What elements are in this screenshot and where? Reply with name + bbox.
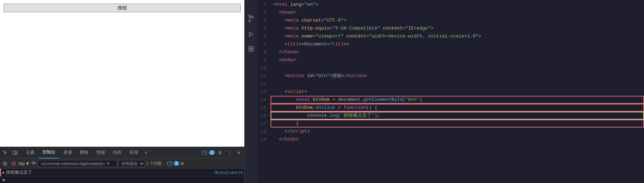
context-arrow: ▼ (26, 161, 30, 166)
console-log-text: 按钮被点击了 (6, 169, 214, 175)
issue-badge-area: 1 个问题： 1 (146, 161, 180, 166)
more-options-icon[interactable]: ⋮ (226, 149, 233, 157)
editor-panel: 2 3 4 5 6 7 8 9 10 11 12 13 14 15 16 17 … (245, 0, 644, 183)
page-content: 按钮 (0, 0, 244, 147)
line-num-9: 9 (258, 56, 268, 64)
devtools-tab-actions: 1 ⚙ ⋮ ✕ (202, 149, 243, 157)
svg-line-4 (4, 162, 6, 165)
git-sidebar (245, 0, 258, 183)
context-selector[interactable]: top ▼ (19, 161, 30, 166)
code-line-17: } (271, 120, 644, 128)
console-log-row: ▶ 按钮被点击了 00-test2.html:16 (0, 169, 244, 177)
url-filter-text: -url:chrome-extension://jgphnjokjhjlcnn (40, 161, 105, 166)
line-num-10: 10 (258, 64, 268, 72)
filter-icon[interactable] (10, 160, 17, 167)
tab-console[interactable]: 控制台 (39, 147, 59, 159)
code-line-11: <button id="btn">按钮</button> (271, 72, 644, 80)
settings-icon[interactable]: ⚙ (216, 149, 224, 157)
tab-memory[interactable]: 内存 (109, 147, 125, 159)
line-num-11: 11 (258, 72, 268, 80)
code-line-4: <meta charset="UTF-8"> (271, 17, 644, 24)
line-num-18: 18 (258, 128, 268, 135)
line-num-5: 5 (258, 24, 268, 32)
line-num-12: 12 (258, 80, 268, 88)
line-num-14: 14 (258, 96, 268, 104)
code-line-13: <script> (271, 88, 644, 96)
svg-point-10 (249, 15, 251, 17)
devtools-tab-icons (1, 149, 19, 157)
code-line-3: <head> (271, 9, 644, 17)
eye-icon[interactable] (31, 160, 36, 167)
console-caret[interactable]: ▶ (3, 177, 5, 182)
context-label: top (19, 161, 25, 166)
code-line-8: </head> (271, 48, 644, 56)
svg-rect-0 (13, 151, 15, 155)
tab-application[interactable]: 应用 (126, 147, 142, 159)
code-line-2: <html lang="en"> (271, 1, 644, 9)
url-clear-icon[interactable]: ✕ (106, 161, 110, 166)
console-count-badge: 1 (209, 150, 215, 155)
code-line-18: </script> (271, 128, 644, 135)
svg-line-6 (13, 162, 15, 164)
svg-point-11 (249, 20, 251, 22)
more-tabs[interactable]: » (142, 149, 149, 157)
code-line-12 (271, 80, 644, 88)
demo-button[interactable]: 按钮 (4, 4, 241, 12)
tab-performance[interactable]: 性能 (93, 147, 109, 159)
code-line-5: <meta http-equiv="X-UA-Compatible" conte… (271, 24, 644, 32)
line-num-15: 15 (258, 104, 268, 112)
editor-code[interactable]: <html lang="en"> <head> <meta charset="U… (271, 0, 644, 183)
line-num-17: 17 (258, 120, 268, 128)
console-settings-icon[interactable]: ⚙ (181, 160, 183, 166)
tab-sources[interactable]: 来源 (60, 147, 76, 159)
tab-elements[interactable]: 元素 (22, 147, 38, 159)
url-filter-input[interactable]: -url:chrome-extension://jgphnjokjhjlcnn … (38, 160, 117, 167)
code-line-15: btnDom.onclick = function() { (271, 104, 644, 112)
console-expand-row: ▶ (0, 177, 244, 183)
extensions-icon[interactable] (248, 46, 254, 54)
inspect-icon[interactable] (1, 149, 9, 157)
svg-rect-2 (202, 151, 207, 155)
console-badge-area: 1 (202, 150, 215, 155)
line-num-8: 8 (258, 48, 268, 56)
svg-rect-15 (249, 46, 251, 49)
code-line-16: console.log('按钮被点击了'); (271, 112, 644, 120)
svg-rect-1 (16, 152, 17, 154)
code-line-9: <body> (271, 56, 644, 64)
log-arrow: ▶ (3, 170, 5, 174)
issue-label: 1 个问题： (146, 161, 165, 166)
line-num-13: 13 (258, 88, 268, 96)
line-num-19: 19 (258, 135, 268, 143)
console-log-location[interactable]: 00-test2.html:16 (214, 170, 243, 175)
close-icon[interactable]: ✕ (235, 149, 243, 157)
line-numbers: 2 3 4 5 6 7 8 9 10 11 12 13 14 15 16 17 … (258, 0, 271, 183)
device-icon[interactable] (11, 149, 19, 157)
svg-rect-16 (251, 46, 254, 49)
line-num-16: 16 (258, 112, 268, 120)
svg-rect-18 (251, 49, 254, 52)
run-icon[interactable] (248, 31, 254, 39)
log-level-select[interactable]: 所有级别 (118, 160, 145, 167)
console-output: ▶ 按钮被点击了 00-test2.html:16 ▶ (0, 169, 244, 183)
code-line-14: const btnDom = document.getElementById('… (271, 96, 644, 104)
tab-network[interactable]: 网络 (76, 147, 92, 159)
line-num-2: 2 (258, 1, 268, 9)
clear-console-icon[interactable] (1, 160, 9, 167)
svg-rect-9 (167, 162, 172, 165)
svg-marker-14 (249, 32, 253, 36)
code-line-6: <meta name="viewport" content="width=dev… (271, 32, 644, 40)
devtools-tabs: 元素 控制台 来源 网络 性能 内存 应用 » 1 ⚙ ⋮ ✕ (0, 147, 244, 159)
browser-panel: 按钮 元素 控制台 来源 网络 性能 内存 应用 » (0, 0, 245, 183)
code-line-7: <title>Document</title> (271, 40, 644, 48)
devtools-bar: 元素 控制台 来源 网络 性能 内存 应用 » 1 ⚙ ⋮ ✕ (0, 147, 244, 183)
code-line-10 (271, 64, 644, 72)
git-branch-icon[interactable] (248, 14, 254, 24)
svg-rect-17 (249, 49, 251, 52)
line-num-6: 6 (258, 32, 268, 40)
issue-count: 1 (174, 161, 180, 166)
devtools-toolbar: top ▼ -url:chrome-extension://jgphnjokjh… (0, 159, 244, 169)
code-line-19: </body> (271, 135, 644, 143)
svg-point-8 (33, 162, 34, 163)
line-num-3: 3 (258, 9, 268, 17)
line-num-4: 4 (258, 17, 268, 24)
